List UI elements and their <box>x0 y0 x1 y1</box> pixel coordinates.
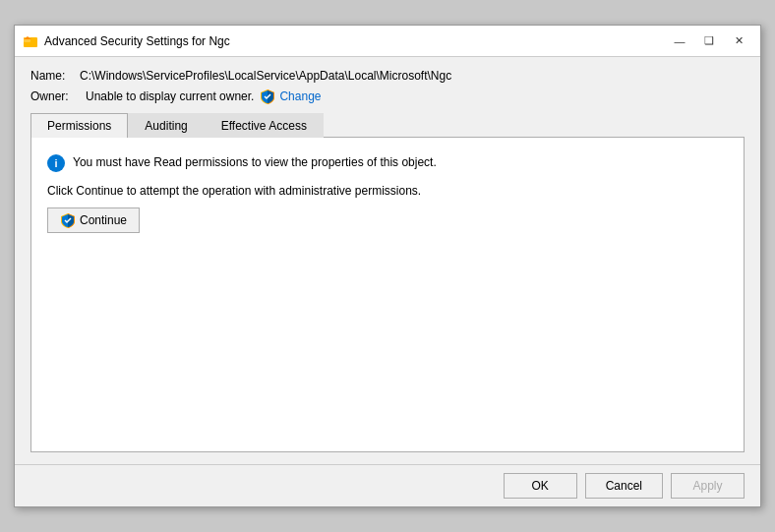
continue-section: Click Continue to attempt the operation … <box>47 184 728 233</box>
name-label: Name: <box>30 69 80 83</box>
tab-permissions[interactable]: Permissions <box>30 113 128 138</box>
owner-label: Owner: <box>30 89 80 103</box>
shield-icon <box>260 89 275 104</box>
continue-shield-icon <box>60 212 76 228</box>
title-bar-buttons: — ❑ ✕ <box>666 31 752 51</box>
maximize-button[interactable]: ❑ <box>695 31 723 51</box>
info-icon: i <box>47 154 65 172</box>
ok-button[interactable]: OK <box>504 473 577 499</box>
permission-message: You must have Read permissions to view t… <box>73 153 437 171</box>
content-area: Name: C:\Windows\ServiceProfiles\LocalSe… <box>15 57 760 464</box>
tab-content-permissions: i You must have Read permissions to view… <box>30 138 745 452</box>
info-message: i You must have Read permissions to view… <box>47 153 728 172</box>
title-bar: Advanced Security Settings for Ngc — ❑ ✕ <box>15 26 760 57</box>
tab-bar: Permissions Auditing Effective Access <box>30 112 745 138</box>
change-link-text: Change <box>279 89 321 103</box>
apply-button[interactable]: Apply <box>671 473 745 499</box>
tab-effective-access[interactable]: Effective Access <box>205 113 324 138</box>
footer: OK Cancel Apply <box>15 464 760 506</box>
name-value: C:\Windows\ServiceProfiles\LocalService\… <box>80 69 451 83</box>
minimize-button[interactable]: — <box>666 31 693 51</box>
close-button[interactable]: ✕ <box>725 31 752 51</box>
owner-value: Unable to display current owner. <box>86 89 254 103</box>
main-window: Advanced Security Settings for Ngc — ❑ ✕… <box>14 25 761 507</box>
cancel-button[interactable]: Cancel <box>585 473 663 499</box>
owner-row: Owner: Unable to display current owner. … <box>30 89 745 104</box>
continue-button-label: Continue <box>80 213 127 227</box>
name-row: Name: C:\Windows\ServiceProfiles\LocalSe… <box>30 69 745 83</box>
continue-text: Click Continue to attempt the operation … <box>47 184 728 198</box>
window-icon <box>23 33 38 49</box>
change-link[interactable]: Change <box>260 89 321 104</box>
continue-button[interactable]: Continue <box>47 207 140 233</box>
tab-auditing[interactable]: Auditing <box>128 113 204 138</box>
window-title: Advanced Security Settings for Ngc <box>44 34 666 48</box>
